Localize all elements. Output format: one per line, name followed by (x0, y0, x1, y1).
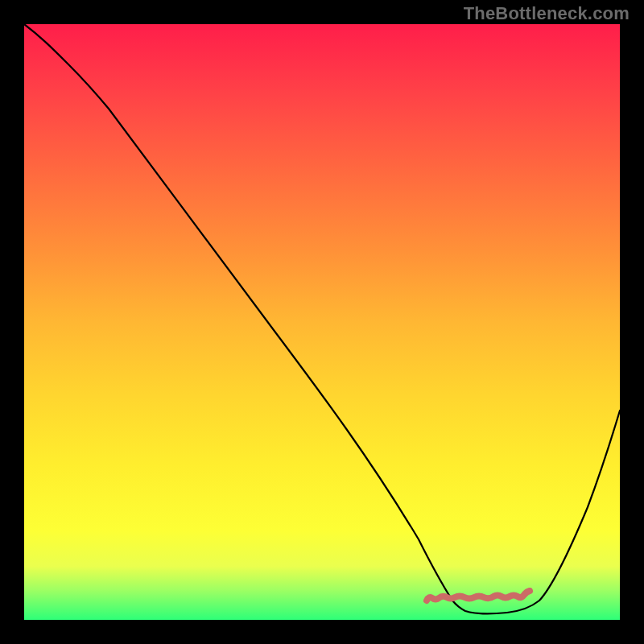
chart-svg (24, 24, 620, 620)
plot-area (24, 24, 620, 620)
watermark-text: TheBottleneck.com (464, 3, 630, 24)
chart-frame: TheBottleneck.com (0, 0, 644, 644)
valley-floor-marker (427, 591, 530, 601)
main-curve (24, 24, 620, 613)
